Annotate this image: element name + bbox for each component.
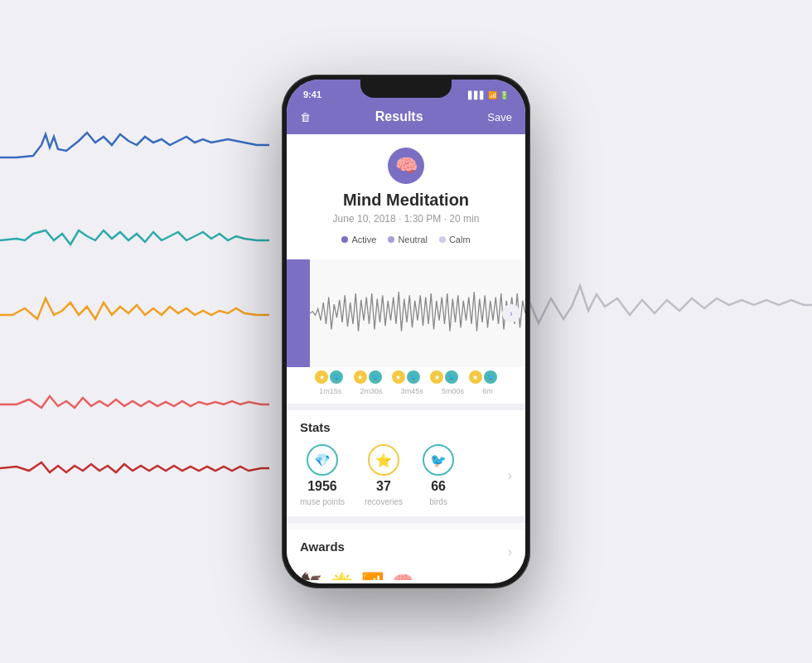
- timeline-section: ★ 🐦 ★ 🐦 ★ 🐦 ★ 🐦: [287, 367, 525, 404]
- legend-label-neutral: Neutral: [398, 235, 427, 244]
- birds-value: 66: [431, 479, 446, 494]
- timeline-pair-3: ★ 🐦: [392, 370, 420, 384]
- legend-neutral: Neutral: [388, 235, 427, 244]
- timeline-pair-1: ★ 🐦: [315, 370, 343, 384]
- wifi-icon: 📶: [488, 91, 497, 99]
- birds-icon: 🐦: [423, 444, 454, 476]
- recoveries-label: recoveries: [365, 497, 403, 506]
- tl-label-3: 3m45s: [401, 387, 423, 395]
- stats-title: Stats: [300, 420, 512, 434]
- status-time: 9:41: [303, 90, 321, 99]
- awards-section: Awards › 🦅 🌟 📶 🧠: [287, 530, 525, 580]
- diamond-icon: 💎: [314, 452, 331, 468]
- recoveries-icon: ⭐: [368, 444, 399, 476]
- signal-bars-icon: ▋▋▋: [468, 91, 486, 99]
- phone-screen: 9:41 ▋▋▋ 📶 🔋 🗑 Results Save: [287, 80, 525, 583]
- legend-dot-calm: [439, 236, 446, 243]
- legend-dot-neutral: [388, 236, 394, 243]
- eeg-chart: ›: [287, 259, 525, 367]
- tl-label-2: 2m30s: [360, 387, 382, 395]
- timeline-star-5: ★: [469, 370, 482, 384]
- phone-frame: 9:41 ▋▋▋ 📶 🔋 🗑 Results Save: [282, 75, 530, 588]
- status-icons: ▋▋▋ 📶 🔋: [468, 91, 509, 99]
- legend-active: Active: [341, 235, 376, 244]
- awards-header: Awards ›: [300, 540, 512, 564]
- awards-title: Awards: [300, 540, 345, 554]
- timeline-star-2: ★: [354, 370, 367, 384]
- phone-notch: [360, 80, 452, 98]
- muse-points-icon: 💎: [307, 444, 338, 476]
- legend-label-calm: Calm: [449, 235, 471, 244]
- brain-emoji: 🧠: [395, 155, 418, 177]
- phone-content: 🧠 Mind Meditation June 10, 2018 · 1:30 P…: [287, 134, 525, 580]
- stat-recoveries: ⭐ 37 recoveries: [365, 444, 403, 506]
- recoveries-value: 37: [376, 479, 391, 494]
- stats-items: 💎 1956 muse points ⭐ 37: [300, 444, 454, 506]
- bird-icon: 🐦: [430, 452, 447, 468]
- award-signal-icon: 📶: [361, 572, 384, 580]
- section-divider-1: [287, 404, 525, 410]
- tl-label-5: 6m: [482, 387, 493, 395]
- chart-legend: Active Neutral Calm: [300, 235, 512, 244]
- award-brain-icon: 🧠: [392, 572, 414, 580]
- stat-birds: 🐦 66 birds: [423, 444, 454, 506]
- session-title: Mind Meditation: [300, 191, 512, 210]
- timeline-labels: 1m15s 2m30s 3m45s 5m00s 6m: [310, 387, 502, 395]
- timeline-bird-3: 🐦: [407, 370, 420, 384]
- timeline-bird-1: 🐦: [330, 370, 343, 384]
- muse-points-label: muse points: [300, 497, 345, 506]
- chart-expand-button[interactable]: ›: [502, 304, 520, 322]
- timeline-pair-4: ★ 🐦: [430, 370, 458, 384]
- legend-label-active: Active: [351, 235, 376, 244]
- award-sun-icon: 🌟: [331, 572, 353, 580]
- app-header: 🗑 Results Save: [287, 103, 525, 134]
- hero-section: 🧠 Mind Meditation June 10, 2018 · 1:30 P…: [287, 134, 525, 259]
- chart-sidebar: [287, 259, 310, 367]
- header-title: Results: [375, 109, 423, 124]
- timeline-star-4: ★: [430, 370, 443, 384]
- awards-icons: 🦅 🌟 📶 🧠: [300, 572, 512, 580]
- tl-label-1: 1m15s: [319, 387, 341, 395]
- stats-section: Stats 💎 1956 muse points: [287, 410, 525, 516]
- timeline-star-1: ★: [315, 370, 328, 384]
- timeline-bird-5: 🐦: [484, 370, 497, 384]
- session-icon: 🧠: [388, 148, 424, 184]
- trash-icon: 🗑: [300, 111, 311, 123]
- section-divider-2: [287, 516, 525, 523]
- stats-chevron-icon[interactable]: ›: [508, 468, 512, 483]
- phone-outer: 9:41 ▋▋▋ 📶 🔋 🗑 Results Save: [282, 75, 530, 588]
- stat-muse-points: 💎 1956 muse points: [300, 444, 345, 506]
- tl-label-4: 5m00s: [442, 387, 464, 395]
- timeline-pair-2: ★ 🐦: [354, 370, 382, 384]
- timeline-icons: ★ 🐦 ★ 🐦 ★ 🐦 ★ 🐦: [310, 370, 502, 384]
- battery-icon: 🔋: [500, 91, 509, 99]
- save-button[interactable]: Save: [487, 111, 512, 123]
- timeline-star-3: ★: [392, 370, 405, 384]
- awards-chevron-icon[interactable]: ›: [508, 544, 512, 559]
- timeline-bird-2: 🐦: [369, 370, 382, 384]
- delete-button[interactable]: 🗑: [300, 111, 311, 123]
- legend-calm: Calm: [439, 235, 471, 244]
- svg-rect-0: [310, 259, 525, 367]
- birds-label: birds: [429, 497, 447, 506]
- chart-plot: ›: [310, 259, 525, 367]
- session-date: June 10, 2018 · 1:30 PM · 20 min: [300, 213, 512, 225]
- muse-points-value: 1956: [307, 479, 337, 494]
- legend-dot-active: [341, 236, 348, 243]
- timeline-bird-4: 🐦: [445, 370, 458, 384]
- stats-row: 💎 1956 muse points ⭐ 37: [300, 444, 512, 506]
- award-bird-icon: 🦅: [300, 572, 322, 580]
- star-icon: ⭐: [375, 452, 392, 468]
- timeline-pair-5: ★ 🐦: [469, 370, 497, 384]
